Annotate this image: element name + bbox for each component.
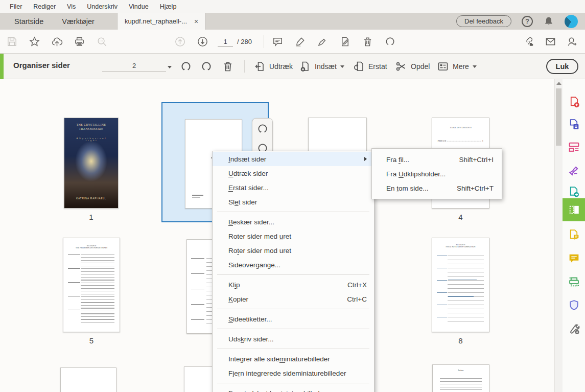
menu-item-roter-med-uret[interactable]: Roter sider med uret <box>213 229 374 243</box>
vertical-scrollbar[interactable] <box>554 79 563 392</box>
previous-page-icon[interactable] <box>173 35 187 49</box>
close-tool-button[interactable]: Luk <box>546 59 578 74</box>
comment-icon-sidebar[interactable] <box>563 247 585 269</box>
tab-startside[interactable]: Startside <box>5 13 53 30</box>
organize-pages-icon[interactable] <box>563 198 585 221</box>
page-number-label-5: 5 <box>63 336 120 345</box>
menu-separator <box>217 349 369 349</box>
menu-item-indsaet-sider[interactable]: Indsæt sider <box>213 152 374 166</box>
highlight-icon[interactable] <box>293 35 307 49</box>
replace-pages-button[interactable]: Erstat <box>353 59 387 74</box>
toc-line-label: PREFACE <box>438 140 447 142</box>
page-number-input[interactable] <box>218 36 233 47</box>
rotate-right-button[interactable] <box>200 59 213 74</box>
more-tools-icon[interactable] <box>563 317 585 340</box>
insert-pages-button[interactable]: Indsæt <box>299 59 344 74</box>
menu-item-sideetiketter[interactable]: Sideetiketter... <box>213 312 374 326</box>
page-thumbnail-5[interactable]: SECTION II THE PREDOMINANT POWER STONES <box>63 238 120 332</box>
share-link-icon[interactable] <box>521 35 535 49</box>
submenu-item-fra-fil[interactable]: Fra fil... Shift+Ctrl+I <box>372 152 502 167</box>
organize-pages-toolbar: Organiser sider Udtræk Indsæt Erstat O <box>0 54 585 79</box>
help-icon[interactable]: ? <box>522 16 533 27</box>
page-edit-icon[interactable] <box>338 35 352 49</box>
sign-icon[interactable] <box>316 35 330 49</box>
menu-item-slet-sider[interactable]: Slet sider <box>213 195 374 209</box>
split-pages-label: Opdel <box>411 62 430 71</box>
menu-item-sideovergange[interactable]: Sideovergange... <box>213 258 374 272</box>
next-page-icon[interactable] <box>196 35 209 49</box>
more-options-button[interactable]: Mere <box>437 59 477 74</box>
protect-icon[interactable] <box>563 294 585 316</box>
menu-item-integrer-miniaturer[interactable]: Integrer alle sideminiaturebilleder <box>213 352 374 366</box>
toolbar-divider <box>264 35 264 48</box>
pages-panel: THE CRYSTALLINE TRANSMISSION A S y n t h… <box>0 79 585 392</box>
rotate-left-thumb-icon[interactable] <box>256 123 269 135</box>
menu-item-beskaer-sider[interactable]: Beskær sider... <box>213 215 374 229</box>
page-thumbnail-9[interactable] <box>60 367 116 392</box>
submenu-item-fra-udklipsholder[interactable]: Fra Udklipsholder... <box>372 167 502 181</box>
split-pages-button[interactable]: Opdel <box>395 59 430 74</box>
section-heading-2: THE PREDOMINANT POWER STONES <box>75 247 108 249</box>
delete-icon[interactable] <box>361 35 375 49</box>
menu-separator <box>217 329 369 329</box>
tab-vaerktoejer[interactable]: Værktøjer <box>53 13 104 30</box>
menu-rediger[interactable]: Rediger <box>28 3 61 10</box>
preface-heading: Preface <box>444 369 478 371</box>
star-favorite-icon[interactable] <box>28 35 41 49</box>
scan-and-ocr-icon[interactable] <box>563 270 585 293</box>
share-feedback-button[interactable]: Del feedback <box>456 15 511 27</box>
edit-pdf-icon[interactable] <box>563 135 585 158</box>
tab-document[interactable]: kupdf.net_raphaell-... × <box>117 13 206 30</box>
cloud-upload-icon[interactable] <box>50 35 64 49</box>
page-number-label-4: 4 <box>432 213 489 221</box>
comment-icon[interactable] <box>271 35 285 49</box>
print-icon[interactable] <box>73 35 86 49</box>
submenu-arrow-icon <box>364 157 367 161</box>
save-icon[interactable] <box>5 35 19 49</box>
menu-item-erstat-sider[interactable]: Erstat sider... <box>213 180 374 195</box>
export-pdf-icon[interactable] <box>563 113 585 135</box>
menu-separator <box>217 212 369 212</box>
menu-hjaelp[interactable]: Hjælp <box>154 3 182 10</box>
create-pdf-icon[interactable] <box>563 90 585 113</box>
toc-heading: TABLE OF CONTENTS <box>443 126 478 129</box>
delete-pages-button[interactable] <box>222 59 234 74</box>
fill-and-sign-icon[interactable] <box>563 158 585 180</box>
notifications-bell-icon[interactable] <box>543 16 554 27</box>
menu-filer[interactable]: Filer <box>4 3 28 10</box>
add-person-icon[interactable] <box>565 35 579 49</box>
user-avatar[interactable] <box>565 15 578 28</box>
shortcut-label: Shift+Ctrl+T <box>457 185 494 192</box>
menu-item-klip[interactable]: Klip Ctrl+X <box>213 278 374 292</box>
close-tab-icon[interactable]: × <box>194 18 198 25</box>
insert-pages-label: Indsæt <box>315 62 337 71</box>
shortcut-label: Ctrl+X <box>347 281 367 289</box>
insert-pages-submenu: Fra fil... Shift+Ctrl+I Fra Udklipsholde… <box>371 148 502 199</box>
rotate-left-button[interactable] <box>180 59 192 74</box>
menu-item-udskriv-sider[interactable]: Udskriv sider... <box>213 332 374 346</box>
toc-line-page: 1 <box>482 140 483 142</box>
prepare-form-icon[interactable] <box>563 223 585 246</box>
submenu-item-en-tom-side[interactable]: En tom side... Shift+Ctrl+T <box>372 181 502 195</box>
page-thumbnail-1[interactable]: THE CRYSTALLINE TRANSMISSION A S y n t h… <box>64 118 119 209</box>
menu-item-fjern-miniaturer[interactable]: Fjern integrerede sideminiaturebilleder <box>213 366 374 380</box>
menu-vindue[interactable]: Vindue <box>123 3 154 10</box>
cover-title: THE CRYSTALLINE TRANSMISSION <box>75 123 107 131</box>
menu-vis[interactable]: Vis <box>61 3 81 10</box>
search-icon[interactable] <box>95 35 109 49</box>
menu-item-roter-mod-uret[interactable]: Roter sider mod uret <box>213 243 374 258</box>
page-range-dropdown-icon[interactable] <box>168 66 172 68</box>
menu-item-formindsk-miniaturer[interactable]: Formindsk sideminiaturebilleder <box>213 386 374 392</box>
extract-pages-button[interactable]: Udtræk <box>253 59 293 74</box>
page-thumbnail-8[interactable]: SECTION V FINAL NOTES UPON COMPLETION <box>432 238 489 332</box>
acrobat-window: Filer Rediger Vis Underskriv Vindue Hjæl… <box>0 0 585 392</box>
email-icon[interactable] <box>544 35 557 49</box>
scrollbar-thumb[interactable] <box>556 88 561 146</box>
rotate-icon[interactable] <box>383 35 397 49</box>
menu-item-kopier[interactable]: Kopier Ctrl+C <box>213 292 374 306</box>
page-range-input[interactable] <box>102 60 166 72</box>
menu-item-udtraek-sider[interactable]: Udtræk sider <box>213 166 374 180</box>
scroll-up-icon[interactable] <box>556 82 561 85</box>
menu-underskriv[interactable]: Underskriv <box>81 3 123 10</box>
page-thumbnail-12[interactable]: Preface <box>432 364 489 392</box>
